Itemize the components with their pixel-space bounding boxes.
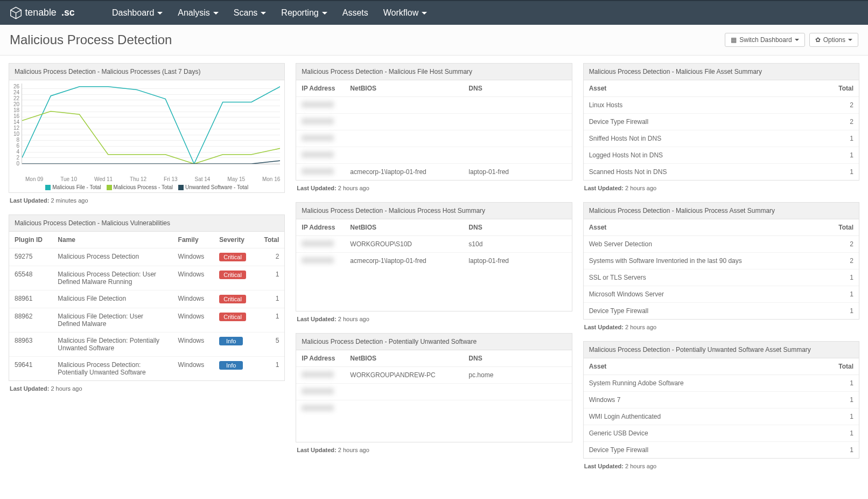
table-row[interactable]: Device Type Firewall1 (584, 442, 859, 459)
cell-netbios (345, 130, 463, 147)
chart-panel-group: Malicious Process Detection - Malicious … (9, 63, 285, 204)
col-asset[interactable]: Asset (584, 80, 797, 97)
col-ip[interactable]: IP Address (296, 80, 345, 97)
switch-dashboard-button[interactable]: ▦ Switch Dashboard (725, 33, 804, 47)
table-row[interactable]: Windows 71 (584, 392, 859, 408)
table-row[interactable]: Generic USB Device1 (584, 425, 859, 442)
cell-asset: Scanned Hosts Not in DNS (584, 164, 797, 181)
legend-item[interactable]: Malicious File - Total (45, 184, 101, 190)
proc_host-panel: Malicious Process Detection - Malicious … (296, 202, 572, 311)
table-row[interactable]: Linux Hosts2 (584, 97, 859, 114)
table-row[interactable]: xxx (296, 97, 571, 114)
table-row[interactable]: WMI Login Authenticated1 (584, 408, 859, 425)
table-row[interactable]: Microsoft Windows Server1 (584, 286, 859, 303)
nav-item-scans[interactable]: Scans (234, 8, 266, 18)
chart-plot[interactable] (22, 84, 280, 164)
severity-badge: Critical (219, 313, 246, 321)
table-row[interactable]: xxx (296, 384, 571, 400)
col-dns[interactable]: DNS (463, 80, 571, 97)
col-netbios[interactable]: NetBIOS (345, 219, 463, 236)
severity-badge: Info (219, 361, 243, 370)
col-netbios[interactable]: NetBIOS (345, 350, 463, 367)
col-dns[interactable]: DNS (463, 219, 571, 236)
nav-item-workflow[interactable]: Workflow (383, 8, 428, 18)
cell-total: 1 (797, 164, 859, 181)
nav-item-dashboard[interactable]: Dashboard (112, 8, 163, 18)
cell-total: 1 (797, 147, 859, 164)
col-dns[interactable]: DNS (463, 350, 571, 367)
table-row[interactable]: Systems with Software Inventoried in the… (584, 253, 859, 269)
table-row[interactable]: xxx (296, 114, 571, 130)
col-asset[interactable]: Asset (584, 358, 805, 375)
brand-logo[interactable]: tenable .sc (10, 6, 96, 20)
table-row[interactable]: SSL or TLS Servers1 (584, 269, 859, 286)
severity-badge: Critical (219, 271, 246, 279)
panel-title: Malicious Process Detection - Malicious … (296, 203, 571, 219)
col-family[interactable]: Family (173, 232, 214, 248)
svg-text:tenable: tenable (25, 7, 56, 18)
cell-netbios (345, 97, 463, 114)
table-row[interactable]: Logged Hosts Not in DNS1 (584, 147, 859, 164)
table-row[interactable]: xxx (296, 147, 571, 164)
legend-item[interactable]: Unwanted Software - Total (178, 184, 248, 190)
table-row[interactable]: Scanned Hosts Not in DNS1 (584, 164, 859, 181)
cell-asset: Device Type Firewall (584, 114, 797, 130)
table-row[interactable]: xxxWORKGROUP\ANDREW-PCpc.home (296, 367, 571, 384)
cell-total: 1 (805, 408, 859, 425)
nav-item-assets[interactable]: Assets (342, 8, 368, 18)
table-row[interactable]: xxx (296, 400, 571, 417)
chart-x-axis: Mon 09Tue 10Wed 11Thu 12Fri 13Sat 14May … (25, 176, 280, 182)
redacted-ip: xxx (302, 151, 334, 158)
nav-label: Reporting (281, 8, 318, 18)
col-asset[interactable]: Asset (584, 219, 822, 236)
nav-label: Workflow (383, 8, 419, 18)
col-total[interactable]: Total (256, 232, 284, 248)
table-row[interactable]: xxxacmecorp-1\laptop-01-fredlaptop-01-fr… (296, 164, 571, 181)
cell-dns: laptop-01-fred (463, 253, 571, 269)
table-row[interactable]: System Running Adobe Software1 (584, 375, 859, 392)
nav-item-analysis[interactable]: Analysis (178, 8, 219, 18)
legend-item[interactable]: Malicious Process - Total (107, 184, 173, 190)
table-row[interactable]: Web Server Detection2 (584, 236, 859, 253)
gear-icon: ✿ (815, 36, 821, 44)
file_host-panel: Malicious Process Detection - Malicious … (296, 63, 572, 181)
table-row[interactable]: Device Type Firewall2 (584, 114, 859, 130)
redacted-ip: xxx (302, 118, 334, 124)
redacted-ip: xxx (302, 388, 334, 394)
nav-item-reporting[interactable]: Reporting (281, 8, 327, 18)
table-row[interactable]: Sniffed Hosts Not in DNS1 (584, 130, 859, 147)
options-button[interactable]: ✿ Options (809, 33, 858, 47)
table-row[interactable]: Device Type Firewall1 (584, 303, 859, 320)
cell-dns (463, 147, 571, 164)
col-ip[interactable]: IP Address (296, 350, 345, 367)
unwanted_asset-updated: Last Updated: 2 hours ago (583, 459, 859, 469)
col-name[interactable]: Name (52, 232, 172, 248)
table-row[interactable]: xxx (296, 130, 571, 147)
col-ip[interactable]: IP Address (296, 219, 345, 236)
chevron-down-icon (322, 12, 327, 15)
cell-plugin-id: 88961 (9, 290, 52, 308)
table-row[interactable]: xxxWORKGROUP\S10Ds10d (296, 236, 571, 253)
col-total[interactable]: Total (797, 80, 859, 97)
page-header: Malicious Process Detection ▦ Switch Das… (0, 25, 868, 56)
svg-text:.sc: .sc (61, 7, 75, 18)
table-row[interactable]: 88962Malicious File Detection: User Defi… (9, 308, 284, 332)
table-row[interactable]: 88961Malicious File DetectionWindowsCrit… (9, 290, 284, 308)
col-severity[interactable]: Severity (214, 232, 256, 248)
chart-updated: Last Updated: 2 minutes ago (9, 193, 285, 204)
proc_asset-updated: Last Updated: 2 hours ago (583, 320, 859, 330)
table-row[interactable]: 65548Malicious Process Detection: User D… (9, 266, 284, 290)
table-row[interactable]: xxxacmecorp-1\laptop-01-fredlaptop-01-fr… (296, 253, 571, 269)
table-row[interactable]: 88963Malicious File Detection: Potential… (9, 332, 284, 357)
col-total[interactable]: Total (822, 219, 859, 236)
panel-title: Malicious Process Detection - Potentiall… (584, 342, 859, 358)
col-netbios[interactable]: NetBIOS (345, 80, 463, 97)
cell-total: 1 (822, 303, 859, 320)
cell-name: Malicious File Detection: User Defined M… (52, 308, 172, 332)
cell-severity: Critical (214, 266, 256, 290)
table-row[interactable]: 59641Malicious Process Detection: Potent… (9, 357, 284, 381)
table-row[interactable]: 59275Malicious Process DetectionWindowsC… (9, 248, 284, 266)
col-total[interactable]: Total (805, 358, 859, 375)
col-plugin-id[interactable]: Plugin ID (9, 232, 52, 248)
file_asset-panel-group: Malicious Process Detection - Malicious … (583, 63, 859, 191)
